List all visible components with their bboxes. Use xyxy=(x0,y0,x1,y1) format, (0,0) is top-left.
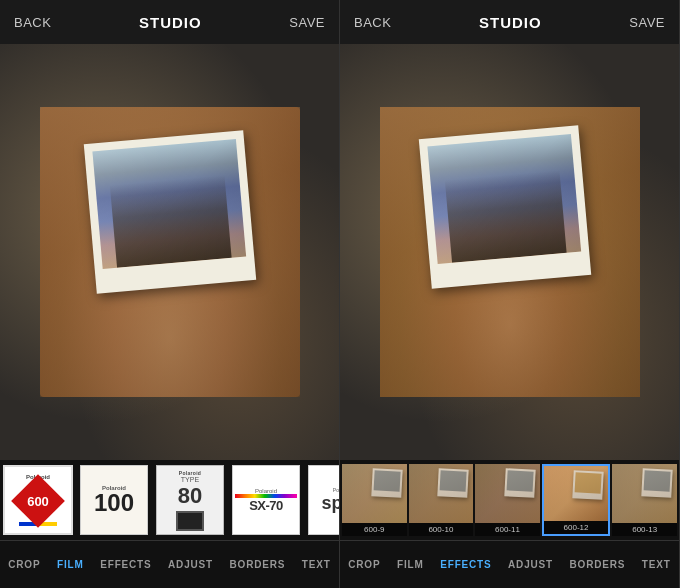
photo-silhouette xyxy=(109,176,231,268)
left-toolbar: CROP FILM EFFECTS ADJUST BORDERS TEXT xyxy=(0,540,339,588)
film-600-diamond-wrapper: 600 xyxy=(19,482,57,520)
film-item-600[interactable]: Polaroid 600 xyxy=(2,464,74,536)
left-toolbar-film[interactable]: FILM xyxy=(51,555,90,574)
right-save-button[interactable]: SAVE xyxy=(629,15,665,30)
left-save-button[interactable]: SAVE xyxy=(289,15,325,30)
thumb-label-600-13: 600-13 xyxy=(612,523,677,536)
film-sx70-label: SX-70 xyxy=(249,498,283,513)
right-polaroid-photo xyxy=(427,134,581,264)
thumb-item-600-11[interactable]: 600-11 xyxy=(475,464,540,536)
right-toolbar-effects[interactable]: EFFECTS xyxy=(434,555,497,574)
film-item-100[interactable]: Polaroid 100 xyxy=(78,464,150,536)
film-spectra-card: Polaroid spec xyxy=(308,465,339,535)
film-80-number: 80 xyxy=(178,483,202,509)
thumb-mini-inner-5 xyxy=(644,470,671,491)
right-back-button[interactable]: BACK xyxy=(354,15,391,30)
film-strip-inner: Polaroid 600 Polaroid 100 Polaro xyxy=(0,460,339,540)
thumb-mini-inner-4 xyxy=(575,472,602,493)
left-back-button[interactable]: BACK xyxy=(14,15,51,30)
right-panel: BACK STUDIO SAVE 600-9 xyxy=(340,0,680,588)
thumb-photo-600-10 xyxy=(409,464,474,523)
film-item-sx70[interactable]: Polaroid SX-70 xyxy=(230,464,302,536)
film-sx70-card: Polaroid SX-70 xyxy=(232,465,300,535)
left-toolbar-crop[interactable]: CROP xyxy=(2,555,46,574)
left-header: BACK STUDIO SAVE xyxy=(0,0,339,44)
polaroid-photo-inner xyxy=(83,130,255,293)
film-80-type-label: TYPE xyxy=(181,476,199,483)
film-80-box xyxy=(176,511,204,531)
film-strip: Polaroid 600 Polaroid 100 Polaro xyxy=(0,460,339,540)
left-toolbar-text[interactable]: TEXT xyxy=(296,555,337,574)
right-toolbar-crop[interactable]: CROP xyxy=(342,555,386,574)
thumb-label-600-12: 600-12 xyxy=(544,521,609,534)
thumb-mini-polaroid-4 xyxy=(573,470,604,500)
polaroid-inner-photo xyxy=(92,139,246,269)
thumb-item-600-13[interactable]: 600-13 xyxy=(612,464,677,536)
thumb-label-600-10: 600-10 xyxy=(409,523,474,536)
film-item-80[interactable]: Polaroid TYPE 80 xyxy=(154,464,226,536)
left-toolbar-borders[interactable]: BORDERS xyxy=(224,555,292,574)
right-thumb-list: 600-9 600-10 600-11 xyxy=(340,460,679,540)
film-item-spectra[interactable]: Polaroid spec xyxy=(306,464,339,536)
thumb-mini-inner-2 xyxy=(440,470,467,491)
film-100-number: 100 xyxy=(94,491,134,515)
left-toolbar-effects[interactable]: EFFECTS xyxy=(94,555,157,574)
thumb-mini-polaroid-3 xyxy=(504,468,535,498)
thumb-item-600-12[interactable]: 600-12 xyxy=(542,464,611,536)
right-toolbar: CROP FILM EFFECTS ADJUST BORDERS TEXT xyxy=(340,540,679,588)
left-toolbar-adjust[interactable]: ADJUST xyxy=(162,555,219,574)
thumb-mini-polaroid-2 xyxy=(437,468,468,498)
thumb-item-600-10[interactable]: 600-10 xyxy=(409,464,474,536)
film-80-card: Polaroid TYPE 80 xyxy=(156,465,224,535)
left-panel: BACK STUDIO SAVE Polaroid xyxy=(0,0,340,588)
right-polaroid-inner xyxy=(418,125,590,288)
right-image-area xyxy=(340,44,679,460)
right-toolbar-borders[interactable]: BORDERS xyxy=(564,555,632,574)
thumb-photo-600-12 xyxy=(544,466,609,521)
thumb-label-600-11: 600-11 xyxy=(475,523,540,536)
right-toolbar-adjust[interactable]: ADJUST xyxy=(502,555,559,574)
film-600-card: Polaroid 600 xyxy=(3,465,73,535)
thumb-mini-inner-1 xyxy=(373,470,400,491)
right-toolbar-film[interactable]: FILM xyxy=(391,555,430,574)
right-thumb-strip: 600-9 600-10 600-11 xyxy=(340,460,679,540)
thumb-mini-polaroid-5 xyxy=(641,468,672,498)
film-spectra-label: spec xyxy=(321,493,339,514)
left-title: STUDIO xyxy=(139,14,202,31)
left-image-area xyxy=(0,44,339,460)
thumb-photo-600-13 xyxy=(612,464,677,523)
left-photo-container xyxy=(40,107,300,397)
film-600-number: 600 xyxy=(27,494,49,509)
right-photo-silhouette xyxy=(444,171,566,263)
thumb-mini-inner-3 xyxy=(506,470,533,491)
thumb-mini-polaroid-1 xyxy=(371,468,402,498)
thumb-label-600-9: 600-9 xyxy=(342,523,407,536)
right-photo-container xyxy=(380,107,640,397)
thumb-item-600-9[interactable]: 600-9 xyxy=(342,464,407,536)
right-header: BACK STUDIO SAVE xyxy=(340,0,679,44)
right-title: STUDIO xyxy=(479,14,542,31)
thumb-photo-600-11 xyxy=(475,464,540,523)
film-100-card: Polaroid 100 xyxy=(80,465,148,535)
right-toolbar-text[interactable]: TEXT xyxy=(636,555,677,574)
thumb-photo-600-9 xyxy=(342,464,407,523)
